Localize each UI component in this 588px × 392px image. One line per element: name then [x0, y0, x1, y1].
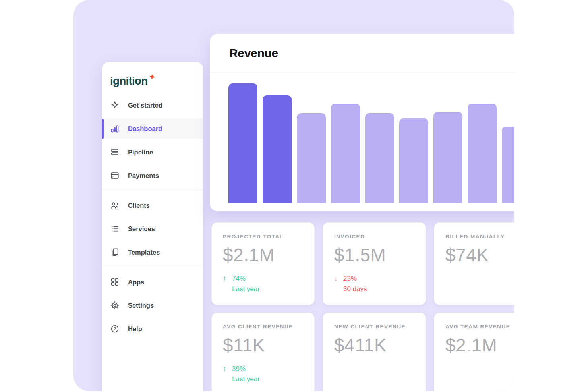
- delta-percent: 39%: [232, 365, 246, 373]
- revenue-bar-1: [228, 83, 257, 203]
- stat-delta: ↑ 39% Last year: [223, 364, 303, 384]
- grid-icon: [110, 277, 120, 287]
- sidebar-nav: Get started Dashboard Pipeline Payments: [102, 95, 203, 339]
- arrow-down-icon: ↓: [334, 274, 340, 294]
- gear-icon: [110, 301, 120, 310]
- stat-value: $2.1M: [223, 244, 303, 266]
- stat-card-projected-total: PROJECTED TOTAL $2.1M ↑ 74% Last year: [211, 222, 315, 305]
- revenue-bar-3: [297, 113, 326, 203]
- revenue-bar-2: [263, 95, 292, 203]
- stat-value: $2.1M: [445, 334, 514, 356]
- sidebar-item-services[interactable]: Services: [102, 219, 203, 239]
- stat-label: INVOICED: [334, 234, 414, 239]
- sidebar-item-apps[interactable]: Apps: [102, 272, 203, 292]
- arrow-up-icon: ↑: [223, 274, 228, 294]
- sidebar-item-label: Payments: [128, 172, 159, 180]
- stat-delta: ↑ 74% Last year: [223, 274, 303, 294]
- credit-card-icon: [110, 171, 120, 180]
- brand-logo[interactable]: ignition: [102, 62, 203, 87]
- stat-value: $11K: [223, 334, 303, 356]
- sidebar-item-label: Get started: [128, 102, 162, 109]
- sidebar-item-settings[interactable]: Settings: [102, 295, 203, 315]
- stat-value: $1.5M: [334, 244, 414, 266]
- sidebar-divider: [102, 189, 203, 189]
- sidebar-item-label: Pipeline: [128, 149, 153, 156]
- sidebar-item-label: Apps: [128, 278, 144, 286]
- revenue-bar-9: [502, 127, 514, 203]
- revenue-bar-chart: [210, 73, 514, 203]
- stat-label: BILLED MANUALLY: [445, 234, 514, 239]
- sidebar-item-label: Settings: [128, 302, 154, 309]
- revenue-bar-4: [331, 104, 360, 203]
- pipeline-stack-icon: [110, 147, 120, 157]
- sidebar-item-payments[interactable]: Payments: [102, 166, 203, 185]
- revenue-bar-7: [433, 112, 462, 203]
- sidebar-item-label: Templates: [128, 249, 160, 256]
- stat-card-invoiced: INVOICED $1.5M ↓ 23% 30 days: [323, 222, 426, 305]
- brand-sparkle-icon: [148, 73, 156, 83]
- purple-backdrop-panel: ignition Get started Dashboard: [74, 0, 514, 391]
- sidebar-item-dashboard[interactable]: Dashboard: [102, 119, 203, 139]
- delta-percent: 23%: [343, 275, 357, 282]
- svg-text:?: ?: [114, 326, 116, 331]
- stat-label: AVG CLIENT REVENUE: [223, 324, 303, 330]
- sidebar-item-templates[interactable]: Templates: [102, 242, 203, 262]
- stat-value: $411K: [334, 334, 414, 356]
- revenue-title: Revenue: [229, 46, 278, 60]
- sidebar: ignition Get started Dashboard: [102, 62, 203, 391]
- stat-delta: ↓ 23% 30 days: [334, 274, 414, 294]
- sidebar-item-label: Clients: [128, 202, 150, 209]
- bullet-list-icon: [110, 224, 120, 234]
- stat-card-avg-team-revenue: AVG TEAM REVENUE $2.1M: [434, 313, 514, 391]
- stat-label: NEW CLIENT REVENUE: [334, 324, 414, 330]
- delta-percent: 74%: [232, 275, 246, 282]
- stats-grid: PROJECTED TOTAL $2.1M ↑ 74% Last year IN…: [211, 222, 514, 391]
- delta-period: 30 days: [343, 285, 367, 293]
- sidebar-item-get-started[interactable]: Get started: [102, 95, 203, 115]
- brand-wordmark: ignition: [110, 75, 148, 87]
- stat-value: $74K: [445, 244, 514, 266]
- stat-card-new-client-revenue: NEW CLIENT REVENUE $411K: [323, 313, 426, 391]
- stat-card-avg-client-revenue: AVG CLIENT REVENUE $11K ↑ 39% Last year: [211, 313, 315, 391]
- stat-label: AVG TEAM REVENUE: [445, 324, 514, 330]
- sidebar-item-pipeline[interactable]: Pipeline: [102, 142, 203, 162]
- revenue-card: Revenue: [210, 34, 514, 211]
- sidebar-divider: [102, 266, 203, 266]
- sparkle-outline-icon: [110, 100, 120, 110]
- revenue-bar-6: [399, 118, 428, 203]
- copy-pages-icon: [110, 247, 120, 257]
- sidebar-item-help[interactable]: ? Help: [102, 319, 203, 339]
- question-circle-icon: ?: [110, 324, 120, 334]
- revenue-bar-8: [468, 104, 497, 203]
- sidebar-item-label: Help: [128, 325, 142, 333]
- revenue-bar-5: [365, 113, 394, 203]
- arrow-up-icon: ↑: [223, 364, 228, 384]
- people-icon: [110, 201, 120, 210]
- sidebar-item-label: Services: [128, 225, 155, 233]
- delta-period: Last year: [232, 285, 260, 293]
- sidebar-item-label: Dashboard: [128, 125, 162, 133]
- revenue-card-header: Revenue: [210, 34, 514, 73]
- sidebar-item-clients[interactable]: Clients: [102, 195, 203, 215]
- bar-chart-icon: [110, 124, 120, 133]
- stat-card-billed-manually: BILLED MANUALLY $74K: [434, 222, 514, 305]
- delta-period: Last year: [232, 375, 260, 383]
- stat-label: PROJECTED TOTAL: [223, 234, 303, 239]
